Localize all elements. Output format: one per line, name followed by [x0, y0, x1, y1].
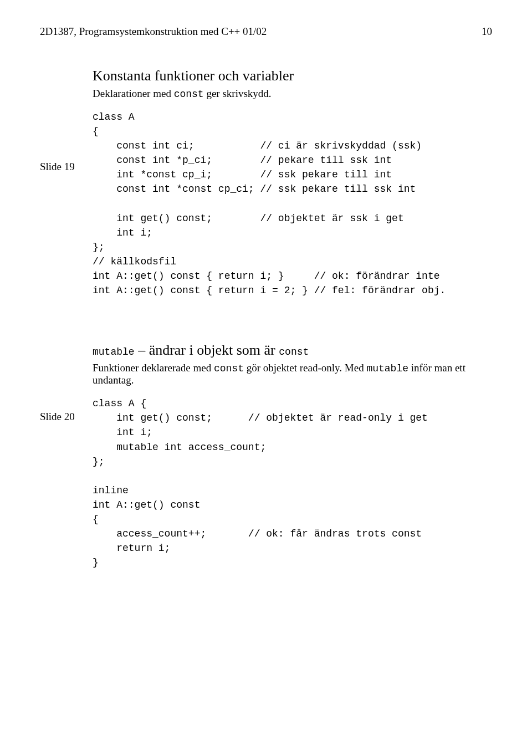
page: 2D1387, Programsystemkonstruktion med C+… — [0, 0, 532, 647]
slide-20-title: mutable – ändrar i objekt som är const — [93, 342, 492, 359]
slide-19-code: class A { const int ci; // ci är skrivsk… — [93, 110, 492, 298]
slide-19: Slide 19 Konstanta funktioner och variab… — [40, 68, 492, 298]
slide-19-body: Konstanta funktioner och variabler Dekla… — [93, 68, 492, 298]
slide-20-body: mutable – ändrar i objekt som är const F… — [93, 342, 492, 570]
slide-20-title-mid: – ändrar i objekt som är — [135, 342, 279, 358]
slide-20-subtitle-mid: gör objektet read-only. Med — [244, 362, 366, 374]
slide-20-subtitle-pre: Funktioner deklarerade med — [93, 362, 214, 374]
slide-20-subtitle: Funktioner deklarerade med const gör obj… — [93, 362, 492, 386]
slide-19-label: Slide 19 — [40, 161, 93, 173]
slide-20-subtitle-code1: const — [214, 363, 244, 374]
slide-20-title-code2: const — [279, 346, 309, 357]
header-course: 2D1387, Programsystemkonstruktion med C+… — [40, 25, 267, 38]
slide-20-subtitle-code2: mutable — [366, 363, 408, 374]
slide-20-label: Slide 20 — [40, 411, 93, 423]
slide-20-title-code1: mutable — [93, 346, 135, 357]
slide-19-subtitle-post: ger skrivskydd. — [204, 88, 272, 99]
slide-19-subtitle-code: const — [174, 89, 204, 100]
slide-19-title: Konstanta funktioner och variabler — [93, 68, 492, 84]
page-header: 2D1387, Programsystemkonstruktion med C+… — [40, 25, 492, 38]
header-page-number: 10 — [482, 25, 492, 38]
slide-19-subtitle-pre: Deklarationer med — [93, 88, 174, 99]
slide-20-code: class A { int get() const; // objektet ä… — [93, 396, 492, 570]
slide-19-subtitle: Deklarationer med const ger skrivskydd. — [93, 88, 492, 100]
slide-20: Slide 20 mutable – ändrar i objekt som ä… — [40, 342, 492, 570]
